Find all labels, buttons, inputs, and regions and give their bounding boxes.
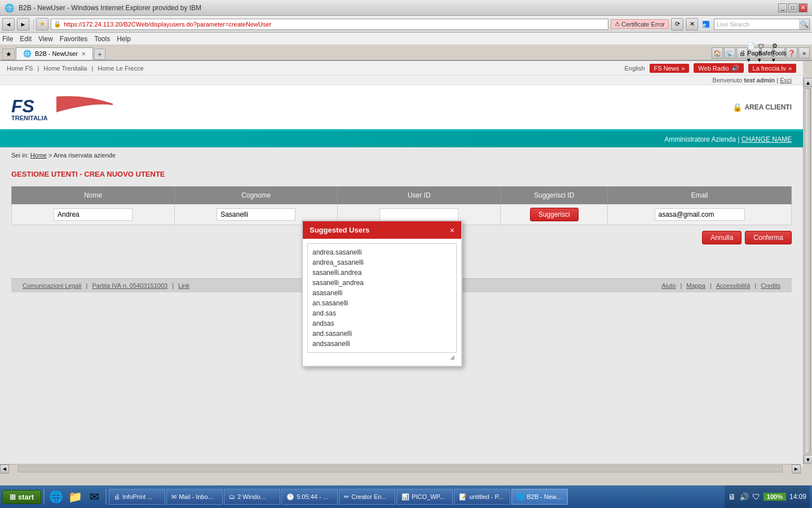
- help-toolbar-button[interactable]: ❓: [786, 47, 797, 59]
- la-freccia-button[interactable]: La freccia.tv »: [748, 64, 796, 73]
- taskbar-creator[interactable]: ✏ Creator En...: [339, 489, 395, 505]
- suggestion-item-0[interactable]: andrea.sasanelli: [312, 247, 452, 257]
- language-selector[interactable]: English: [625, 65, 645, 72]
- extend-toolbar-button[interactable]: »: [798, 47, 810, 59]
- back-button[interactable]: ◄: [2, 18, 15, 30]
- logout-link[interactable]: Esci: [780, 77, 792, 84]
- favorites-toolbar[interactable]: ★: [2, 49, 15, 60]
- cognome-input[interactable]: [217, 208, 295, 221]
- nav-home-frecce[interactable]: Home Le Frecce: [98, 65, 143, 72]
- cert-error-badge[interactable]: ⚠ Certificate Error: [611, 19, 669, 29]
- nome-input[interactable]: [54, 208, 133, 221]
- scroll-right[interactable]: ►: [792, 465, 801, 474]
- footer-link[interactable]: Link: [178, 282, 189, 289]
- address-icon: 🔒: [54, 20, 61, 28]
- userid-input[interactable]: [379, 208, 458, 221]
- scroll-left[interactable]: ◄: [0, 465, 9, 474]
- annulla-button[interactable]: Annulla: [702, 231, 742, 244]
- dialog-header: Suggested Users ×: [303, 221, 461, 239]
- taskbar-untitled[interactable]: 📝 untitled - P...: [454, 489, 510, 505]
- menu-help[interactable]: Help: [117, 35, 131, 43]
- minimize-button[interactable]: _: [778, 3, 787, 12]
- change-name-link[interactable]: CHANGE NAME: [742, 135, 792, 143]
- sound-icon: 🔊: [739, 492, 749, 501]
- email-input[interactable]: [655, 208, 745, 221]
- taskbar-clock-app[interactable]: 🕐 5:05:44 - ...: [281, 489, 338, 505]
- tab-close[interactable]: ✕: [81, 51, 86, 57]
- new-tab-button[interactable]: +: [94, 49, 105, 60]
- footer-credits[interactable]: Credits: [761, 282, 780, 289]
- menu-edit[interactable]: Edit: [20, 35, 32, 43]
- horizontal-scrollbar[interactable]: ◄ ►: [0, 464, 801, 473]
- safety-button[interactable]: 🛡 Safety ▾: [761, 47, 773, 59]
- b2b-icon: 🌐: [517, 493, 524, 501]
- rss-button[interactable]: 📡: [724, 47, 735, 59]
- tools-button[interactable]: ⚙ Tools ▾: [774, 47, 785, 59]
- maximize-button[interactable]: □: [788, 3, 797, 12]
- suggestion-item-7[interactable]: andsas: [312, 318, 452, 329]
- col-email: Email: [608, 187, 792, 204]
- menu-tools[interactable]: Tools: [94, 35, 110, 43]
- active-tab[interactable]: 🌐 B2B - NewUser ✕: [16, 47, 93, 60]
- search-box[interactable]: 🔍: [714, 19, 810, 30]
- print-button[interactable]: 🖨: [736, 47, 748, 59]
- search-go-button[interactable]: 🔍: [799, 19, 809, 29]
- suggestion-item-4[interactable]: asasanelli: [312, 288, 452, 298]
- nav-home-fs[interactable]: Home FS: [7, 65, 33, 72]
- suggestion-item-3[interactable]: sasanelli_andrea: [312, 278, 452, 288]
- suggestion-item-8[interactable]: and.sasanelli: [312, 329, 452, 339]
- scroll-thumb[interactable]: [805, 88, 811, 454]
- suggestion-item-6[interactable]: and.sas: [312, 308, 452, 318]
- suggestion-item-1[interactable]: andrea_sasanelli: [312, 257, 452, 268]
- footer-mappa[interactable]: Mappa: [686, 282, 705, 289]
- navigation-bar: ◄ ► ★ 🔒 https://172.24.113.20/B2CWeb/dis…: [0, 16, 812, 33]
- taskbar-b2b[interactable]: 🌐 B2B - New...: [511, 489, 568, 505]
- menu-file[interactable]: File: [2, 35, 13, 43]
- footer-comunicazioni[interactable]: Comunicazioni Legali: [23, 282, 82, 289]
- menu-favorites[interactable]: Favorites: [60, 35, 87, 43]
- fs-news-button[interactable]: FS News »: [650, 64, 690, 73]
- close-button[interactable]: ✕: [798, 3, 807, 12]
- dialog-close-button[interactable]: ×: [450, 226, 454, 234]
- breadcrumb-home[interactable]: Home: [30, 152, 47, 159]
- stop-button[interactable]: ✕: [686, 18, 698, 30]
- dialog-title: Suggested Users: [310, 226, 369, 234]
- taskbar-mail[interactable]: ✉ Mail - Inbo...: [166, 489, 223, 505]
- vertical-scrollbar[interactable]: ▲ ▼: [803, 78, 812, 464]
- taskbar-folder-icon[interactable]: 📁: [66, 488, 84, 506]
- address-bar[interactable]: 🔒 https://172.24.113.20/B2CWeb/displayus…: [51, 19, 608, 30]
- forward-button[interactable]: ►: [17, 18, 29, 30]
- favorites-star[interactable]: ★: [36, 18, 48, 30]
- taskbar-ie-icon[interactable]: 🌐: [47, 488, 65, 506]
- scroll-up[interactable]: ▲: [804, 78, 812, 87]
- suggestion-item-2[interactable]: sasanelli.andrea: [312, 268, 452, 278]
- taskbar: ⊞ start 🌐 📁 ✉ 🖨 InfoPrint ... ✉ Mail - I…: [0, 485, 812, 508]
- dialog-resize-handle[interactable]: ◢: [307, 353, 457, 361]
- page-title: GESTIONE UTENTI - CREA NUOVO UTENTE: [11, 170, 792, 178]
- search-input[interactable]: [714, 21, 799, 28]
- area-clienti-button[interactable]: 🔒 AREA CLIENTI: [732, 103, 792, 112]
- footer-partita-iva[interactable]: Partita IVA n. 05403151003: [92, 282, 167, 289]
- nav-home-trenitalia[interactable]: Home Trenitalia: [43, 65, 87, 72]
- conferma-button[interactable]: Conferma: [745, 231, 792, 244]
- suggestion-item-9[interactable]: andsasanelli: [312, 339, 452, 349]
- footer-accessibilita[interactable]: Accessibilità: [716, 282, 751, 289]
- suggested-users-dialog[interactable]: Suggested Users × andrea.sasanelliandrea…: [302, 220, 462, 367]
- zoom-level[interactable]: 100%: [764, 493, 786, 501]
- scroll-down[interactable]: ▼: [804, 455, 812, 464]
- taskbar-infoprint[interactable]: 🖨 InfoPrint ...: [109, 489, 165, 505]
- suggestion-item-5[interactable]: an.sasanelli: [312, 298, 452, 308]
- lock-icon: 🔒: [732, 103, 742, 112]
- taskbar-mail-icon[interactable]: ✉: [85, 488, 103, 506]
- refresh-button[interactable]: ⟳: [671, 18, 683, 30]
- suggerisci-button[interactable]: Suggerisci: [530, 208, 579, 221]
- footer-aiuto[interactable]: Aiuto: [661, 282, 676, 289]
- taskbar-windows[interactable]: 🗂 2 Windo...: [224, 489, 280, 505]
- menu-view[interactable]: View: [38, 35, 53, 43]
- col-userid: User ID: [338, 187, 501, 204]
- scroll-track[interactable]: [18, 466, 783, 472]
- taskbar-pico[interactable]: 📊 PICO_WP...: [396, 489, 453, 505]
- home-button[interactable]: 🏠: [712, 47, 723, 59]
- web-radio-button[interactable]: Web Radio 🔊: [694, 63, 743, 73]
- start-button[interactable]: ⊞ start: [2, 490, 41, 504]
